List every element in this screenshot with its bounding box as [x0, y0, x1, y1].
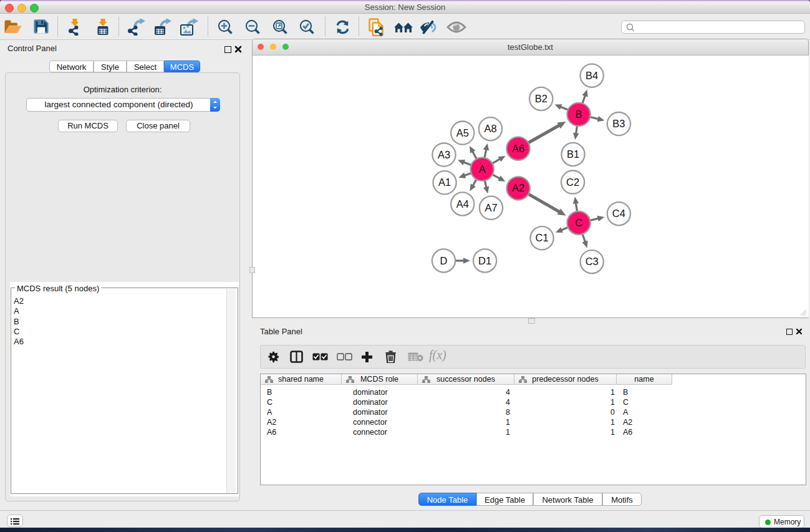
svg-text:B4: B4	[586, 70, 598, 81]
svg-text:A3: A3	[438, 149, 450, 160]
svg-text:A4: A4	[456, 198, 469, 210]
svg-text:A5: A5	[456, 127, 469, 138]
svg-text:C4: C4	[612, 208, 625, 219]
svg-text:C3: C3	[586, 256, 599, 267]
svg-text:A2: A2	[512, 182, 524, 193]
svg-text:D: D	[440, 255, 448, 266]
svg-text:B2: B2	[535, 93, 547, 104]
svg-text:A: A	[479, 163, 486, 175]
svg-text:A8: A8	[484, 123, 496, 134]
svg-text:A6: A6	[512, 143, 524, 154]
svg-text:C1: C1	[536, 232, 549, 243]
svg-text:B1: B1	[567, 148, 579, 160]
svg-text:D1: D1	[478, 255, 491, 266]
svg-text:B: B	[576, 109, 582, 120]
svg-text:C: C	[575, 217, 582, 228]
svg-text:A7: A7	[485, 202, 497, 213]
svg-text:C2: C2	[566, 177, 579, 188]
svg-text:A1: A1	[438, 177, 451, 188]
svg-text:B3: B3	[612, 118, 625, 129]
